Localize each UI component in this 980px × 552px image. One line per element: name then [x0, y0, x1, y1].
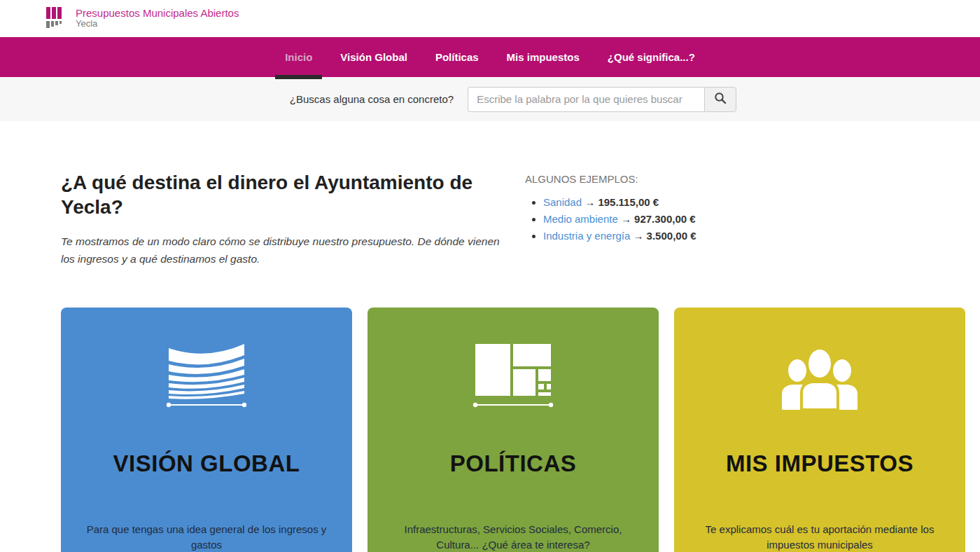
page-title: ¿A qué destina el dinero el Ayuntamiento…	[61, 170, 495, 219]
card-vision-global[interactable]: VISIÓN GLOBAL Para que tengas una idea g…	[61, 308, 352, 552]
card-description: Para que tengas una idea general de los …	[77, 522, 336, 552]
search-icon	[714, 92, 727, 106]
arrow-icon: →	[633, 230, 643, 242]
examples-block: ALGUNOS EJEMPLOS: Sanidad → 195.115,00 €…	[525, 170, 696, 268]
card-title: VISIÓN GLOBAL	[61, 450, 352, 477]
card-description: Te explicamos cuál es tu aportación medi…	[690, 522, 949, 552]
example-item: Medio ambiente → 927.300,00 €	[543, 213, 696, 225]
nav-item-inicio[interactable]: Inicio	[285, 37, 312, 77]
example-amount: 927.300,00 €	[634, 213, 696, 225]
example-link-sanidad[interactable]: Sanidad	[543, 196, 582, 208]
top-header: Presupuestos Municipales Abiertos Yecla	[0, 0, 980, 37]
search-strip: ¿Buscas alguna cosa en concreto?	[0, 77, 980, 121]
bar-chart-logo-icon	[46, 7, 70, 31]
search-input[interactable]	[468, 87, 704, 112]
treemap-icon	[368, 340, 659, 410]
example-amount: 195.115,00 €	[598, 196, 659, 208]
page-lead: Te mostramos de un modo claro cómo se di…	[61, 233, 502, 268]
brand-title: Presupuestos Municipales Abiertos	[76, 7, 239, 19]
example-item: Sanidad → 195.115,00 €	[543, 196, 696, 208]
example-item: Industria y energía → 3.500,00 €	[543, 230, 696, 242]
nav-item-que-significa[interactable]: ¿Qué significa...?	[608, 37, 695, 77]
examples-heading: ALGUNOS EJEMPLOS:	[525, 173, 696, 185]
streamgraph-icon	[61, 340, 352, 410]
brand-logo[interactable]: Presupuestos Municipales Abiertos Yecla	[46, 7, 239, 31]
brand-name: Yecla	[76, 19, 239, 29]
card-title: MIS IMPUESTOS	[674, 450, 965, 477]
main-navbar: Inicio Visión Global Políticas Mis impue…	[0, 37, 980, 77]
card-description: Infraestructuras, Servicios Sociales, Co…	[384, 522, 643, 552]
people-icon	[674, 340, 965, 410]
nav-item-vision-global[interactable]: Visión Global	[340, 37, 407, 77]
example-link-industria-energia[interactable]: Industria y energía	[543, 230, 630, 242]
search-button[interactable]	[704, 87, 736, 112]
intro-section: ¿A qué destina el dinero el Ayuntamiento…	[61, 170, 965, 268]
search-question-label: ¿Buscas alguna cosa en concreto?	[290, 93, 454, 105]
main-content: ¿A qué destina el dinero el Ayuntamiento…	[61, 170, 965, 552]
card-politicas[interactable]: POLÍTICAS Infraestructuras, Servicios So…	[368, 308, 659, 552]
card-title: POLÍTICAS	[368, 450, 659, 477]
nav-item-politicas[interactable]: Políticas	[435, 37, 479, 77]
arrow-icon: →	[621, 213, 631, 225]
nav-item-mis-impuestos[interactable]: Mis impuestos	[507, 37, 580, 77]
arrow-icon: →	[584, 196, 595, 208]
example-link-medio-ambiente[interactable]: Medio ambiente	[543, 213, 618, 225]
card-mis-impuestos[interactable]: MIS IMPUESTOS Te explicamos cuál es tu a…	[674, 308, 965, 552]
example-amount: 3.500,00 €	[647, 230, 696, 242]
cards-section: VISIÓN GLOBAL Para que tengas una idea g…	[61, 308, 965, 552]
